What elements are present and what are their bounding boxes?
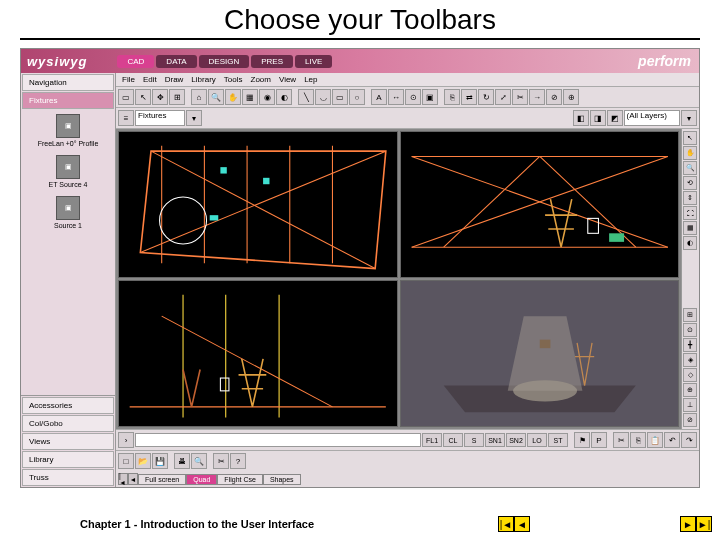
fixtures-dropdown[interactable]: Fixtures (135, 110, 185, 126)
status-cut-icon[interactable]: ✂ (613, 432, 629, 448)
status-flag-icon[interactable]: ⚑ (574, 432, 590, 448)
tool-zoom-icon[interactable]: 🔍 (208, 89, 224, 105)
menu-zoom[interactable]: Zoom (251, 75, 271, 84)
sidebar-fixtures[interactable]: Fixtures (22, 92, 114, 109)
tool-extend-icon[interactable]: → (529, 89, 545, 105)
status-undo-icon[interactable]: ↶ (664, 432, 680, 448)
sidebar-navigation[interactable]: Navigation (22, 74, 114, 91)
sidebar-colgobo[interactable]: Col/Gobo (22, 415, 114, 432)
tool-rulers-icon[interactable]: ⊞ (169, 89, 185, 105)
rtool-snap-grid-icon[interactable]: ⊞ (683, 308, 697, 322)
nav-last-button[interactable]: ►| (696, 516, 712, 532)
tool-join-icon[interactable]: ⊕ (563, 89, 579, 105)
rtool-zoom-icon[interactable]: 🔍 (683, 161, 697, 175)
tool-line-icon[interactable]: ╲ (298, 89, 314, 105)
status-sn1[interactable]: SN1 (485, 433, 505, 447)
file-new-icon[interactable]: □ (118, 453, 134, 469)
tab-shapes[interactable]: Shapes (263, 474, 301, 485)
viewport-top[interactable] (118, 131, 398, 278)
mode-live[interactable]: LIVE (295, 55, 332, 68)
tool-rect-icon[interactable]: ▭ (332, 89, 348, 105)
tool-copy-icon[interactable]: ⎘ (444, 89, 460, 105)
command-input[interactable] (135, 433, 421, 447)
rtool-orbit-icon[interactable]: ⟲ (683, 176, 697, 190)
menu-tools[interactable]: Tools (224, 75, 243, 84)
file-open-icon[interactable]: 📂 (135, 453, 151, 469)
menu-view[interactable]: View (279, 75, 296, 84)
sidebar-views[interactable]: Views (22, 433, 114, 450)
menu-file[interactable]: File (122, 75, 135, 84)
viewport-3d[interactable] (400, 280, 680, 427)
viewport-side[interactable] (118, 280, 398, 427)
status-lo[interactable]: LO (527, 433, 547, 447)
tool-scale-icon[interactable]: ⤢ (495, 89, 511, 105)
rtool-snap-perp-icon[interactable]: ⊥ (683, 398, 697, 412)
status-redo-icon[interactable]: ↷ (681, 432, 697, 448)
tool-view-icon[interactable]: ◐ (276, 89, 292, 105)
dropdown-arrow-icon[interactable]: ▾ (681, 110, 697, 126)
tab-nav-first-icon[interactable]: |◄ (118, 473, 128, 485)
rtool-snap-mid-icon[interactable]: ◈ (683, 353, 697, 367)
tab-quad[interactable]: Quad (186, 474, 217, 485)
fixture-item[interactable]: ▣ ET Source 4 (21, 151, 115, 192)
tool-snap-icon[interactable]: ⊙ (405, 89, 421, 105)
file-preview-icon[interactable]: 🔍 (191, 453, 207, 469)
nav-first-button[interactable]: |◄ (498, 516, 514, 532)
tool-layer1-icon[interactable]: ◧ (573, 110, 589, 126)
rtool-hand-icon[interactable]: ✋ (683, 146, 697, 160)
tool-trim-icon[interactable]: ✂ (512, 89, 528, 105)
tool-camera-icon[interactable]: ◉ (259, 89, 275, 105)
tool-select-icon[interactable]: ▭ (118, 89, 134, 105)
tool-pan-icon[interactable]: ✋ (225, 89, 241, 105)
tool-layers-icon[interactable]: ≡ (118, 110, 134, 126)
tab-flightcase[interactable]: Flight Cse (217, 474, 263, 485)
menu-lep[interactable]: Lep (304, 75, 317, 84)
tool-circle-icon[interactable]: ○ (349, 89, 365, 105)
tool-rotate-icon[interactable]: ↻ (478, 89, 494, 105)
status-cl[interactable]: CL (443, 433, 463, 447)
tool-layer2-icon[interactable]: ◨ (590, 110, 606, 126)
rtool-wireframe-icon[interactable]: ▦ (683, 221, 697, 235)
status-fl1[interactable]: FL1 (422, 433, 442, 447)
sidebar-truss[interactable]: Truss (22, 469, 114, 486)
rtool-snap-center-icon[interactable]: ⊕ (683, 383, 697, 397)
menu-library[interactable]: Library (191, 75, 215, 84)
mode-cad[interactable]: CAD (117, 55, 154, 68)
status-p-icon[interactable]: P (591, 432, 607, 448)
tab-fullscreen[interactable]: Full screen (138, 474, 186, 485)
menu-edit[interactable]: Edit (143, 75, 157, 84)
viewport-front[interactable] (400, 131, 680, 278)
tool-arc-icon[interactable]: ◡ (315, 89, 331, 105)
mode-data[interactable]: DATA (156, 55, 196, 68)
status-paste-icon[interactable]: 📋 (647, 432, 663, 448)
menu-draw[interactable]: Draw (165, 75, 184, 84)
rtool-pointer-icon[interactable]: ↖ (683, 131, 697, 145)
rtool-dolly-icon[interactable]: ⇕ (683, 191, 697, 205)
tab-nav-prev-icon[interactable]: ◄ (128, 473, 138, 485)
rtool-snap-line-icon[interactable]: ╋ (683, 338, 697, 352)
status-s[interactable]: S (464, 433, 484, 447)
status-sn2[interactable]: SN2 (506, 433, 526, 447)
nav-next-button[interactable]: ► (680, 516, 696, 532)
rtool-snap-end-icon[interactable]: ◇ (683, 368, 697, 382)
file-save-icon[interactable]: 💾 (152, 453, 168, 469)
tool-home-icon[interactable]: ⌂ (191, 89, 207, 105)
tool-move-icon[interactable]: ✥ (152, 89, 168, 105)
mode-pres[interactable]: PRES (251, 55, 293, 68)
rtool-fit-icon[interactable]: ⛶ (683, 206, 697, 220)
tool-dim-icon[interactable]: ↔ (388, 89, 404, 105)
file-help-icon[interactable]: ? (230, 453, 246, 469)
tool-arrow-icon[interactable]: ↖ (135, 89, 151, 105)
tool-mirror-icon[interactable]: ⇄ (461, 89, 477, 105)
rtool-snap-point-icon[interactable]: ⊙ (683, 323, 697, 337)
sidebar-accessories[interactable]: Accessories (22, 397, 114, 414)
rtool-snap-tan-icon[interactable]: ⊘ (683, 413, 697, 427)
tool-layer3-icon[interactable]: ◩ (607, 110, 623, 126)
sidebar-library[interactable]: Library (22, 451, 114, 468)
rtool-shaded-icon[interactable]: ◐ (683, 236, 697, 250)
layers-dropdown[interactable]: (All Layers) (624, 110, 680, 126)
status-st[interactable]: ST (548, 433, 568, 447)
dropdown-arrow-icon[interactable]: ▾ (186, 110, 202, 126)
fixture-item[interactable]: ▣ FreeLan +0° Profile (21, 110, 115, 151)
file-cut-icon[interactable]: ✂ (213, 453, 229, 469)
